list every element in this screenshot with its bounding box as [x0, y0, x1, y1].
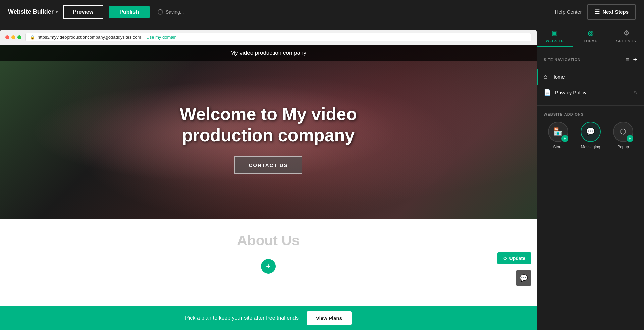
messaging-icon: 💬 [586, 127, 595, 136]
tab-theme[interactable]: ◎ THEME [573, 24, 608, 47]
website-tab-label: WEBSITE [546, 39, 564, 43]
addons-section: WEBSITE ADD-ONS 🏪 + Store 💬 [537, 105, 644, 156]
browser-dot-yellow [11, 35, 15, 39]
nav-section-label: SITE NAVIGATION [544, 58, 581, 62]
addons-grid: 🏪 + Store 💬 Messaging [544, 122, 637, 149]
privacy-policy-label: Privacy Policy [555, 90, 586, 95]
preview-button[interactable]: Preview [63, 5, 103, 19]
tab-website[interactable]: ▣ WEBSITE [537, 24, 573, 47]
publish-button[interactable]: Publish [109, 6, 150, 18]
messaging-label: Messaging [581, 145, 600, 149]
next-steps-button[interactable]: ☰ Next Steps [587, 4, 636, 20]
about-title: About Us [13, 233, 523, 249]
canvas-scroll: 🔒 https://myvideoproductioncompany.godad… [0, 24, 537, 330]
lock-icon: 🔒 [30, 35, 35, 40]
store-plus-badge: + [561, 135, 568, 142]
address-bar[interactable]: 🔒 https://myvideoproductioncompany.godad… [25, 33, 531, 41]
hero-section[interactable]: My video production company Welcome to M… [0, 45, 537, 219]
saving-spinner-icon [158, 9, 163, 15]
popup-plus-badge: + [627, 135, 633, 142]
messaging-icon-wrapper: 💬 [581, 122, 601, 142]
view-plans-button[interactable]: View Plans [307, 311, 352, 325]
browser-dots [5, 35, 21, 39]
nav-item-privacy-policy[interactable]: 📄 Privacy Policy ✎ [537, 85, 644, 100]
brand-logo[interactable]: Website Builder ▾ [8, 8, 58, 15]
addons-label: WEBSITE ADD-ONS [544, 112, 637, 116]
canvas-wrapper: 🔒 https://myvideoproductioncompany.godad… [0, 24, 537, 330]
settings-tab-label: SETTINGS [616, 39, 636, 43]
main-area: 🔒 https://myvideoproductioncompany.godad… [0, 24, 644, 330]
hero-title-line1: Welcome to My video [180, 104, 357, 124]
right-sidebar: ▣ WEBSITE ◎ THEME ⚙ SETTINGS SITE NAVIGA… [537, 24, 644, 330]
use-my-domain-link[interactable]: Use my domain [146, 35, 176, 40]
addon-popup[interactable]: ⬡ + Popup [609, 122, 637, 149]
hero-content: Welcome to My video production company C… [0, 45, 537, 219]
top-bar: Website Builder ▾ Preview Publish Saving… [0, 0, 644, 24]
next-steps-icon: ☰ [594, 8, 600, 16]
hero-title-line2: production company [182, 125, 355, 145]
saving-indicator: Saving... [158, 9, 184, 15]
website-tab-icon: ▣ [551, 29, 558, 37]
privacy-edit-icon[interactable]: ✎ [633, 90, 637, 95]
nav-item-home[interactable]: ⌂ Home [537, 69, 644, 85]
nav-section-header: SITE NAVIGATION ≡ + [537, 53, 644, 67]
addon-messaging[interactable]: 💬 Messaging [576, 122, 605, 149]
hero-title: Welcome to My video production company [180, 104, 357, 146]
next-steps-label: Next Steps [602, 9, 629, 15]
popup-icon-wrapper: ⬡ + [613, 122, 633, 142]
address-url: https://myvideoproductioncompany.godaddy… [38, 35, 141, 40]
brand-name: Website Builder [8, 8, 54, 15]
tab-settings[interactable]: ⚙ SETTINGS [608, 24, 644, 47]
update-icon: ⟳ [503, 256, 507, 261]
theme-tab-label: THEME [584, 39, 597, 43]
addon-store[interactable]: 🏪 + Store [544, 122, 572, 149]
bottom-banner-text: Pick a plan to keep your site after free… [185, 315, 299, 321]
browser-chrome: 🔒 https://myvideoproductioncompany.godad… [0, 30, 537, 45]
update-label: Update [509, 256, 525, 261]
browser-dot-red [5, 35, 9, 39]
plus-icon: + [266, 262, 271, 271]
home-label: Home [551, 74, 565, 80]
home-icon: ⌂ [544, 73, 547, 80]
nav-add-button[interactable]: + [633, 55, 637, 64]
brand-chevron-icon: ▾ [56, 10, 58, 14]
nav-reorder-button[interactable]: ≡ [626, 55, 629, 64]
add-section-button[interactable]: + [261, 259, 276, 274]
settings-tab-icon: ⚙ [623, 29, 630, 37]
browser-dot-green [17, 35, 21, 39]
popup-icon: ⬡ [620, 127, 626, 136]
popup-label: Popup [617, 145, 629, 149]
contact-us-button[interactable]: CONTACT US [234, 156, 302, 174]
nav-section-actions: ≡ + [626, 55, 637, 64]
update-button[interactable]: ⟳ Update [497, 252, 531, 264]
saving-label: Saving... [166, 9, 184, 15]
sidebar-tabs: ▣ WEBSITE ◎ THEME ⚙ SETTINGS [537, 24, 644, 47]
help-center-link[interactable]: Help Center [555, 9, 582, 15]
bottom-banner: Pick a plan to keep your site after free… [0, 306, 537, 330]
chat-button[interactable]: 💬 [516, 270, 531, 286]
store-label: Store [553, 145, 563, 149]
store-icon: 🏪 [553, 127, 562, 136]
sidebar-content: SITE NAVIGATION ≡ + ⌂ Home 📄 Privacy Pol… [537, 47, 644, 330]
theme-tab-icon: ◎ [588, 29, 594, 37]
chat-icon: 💬 [520, 274, 528, 282]
store-icon-wrapper: 🏪 + [548, 122, 568, 142]
document-icon: 📄 [544, 89, 551, 96]
